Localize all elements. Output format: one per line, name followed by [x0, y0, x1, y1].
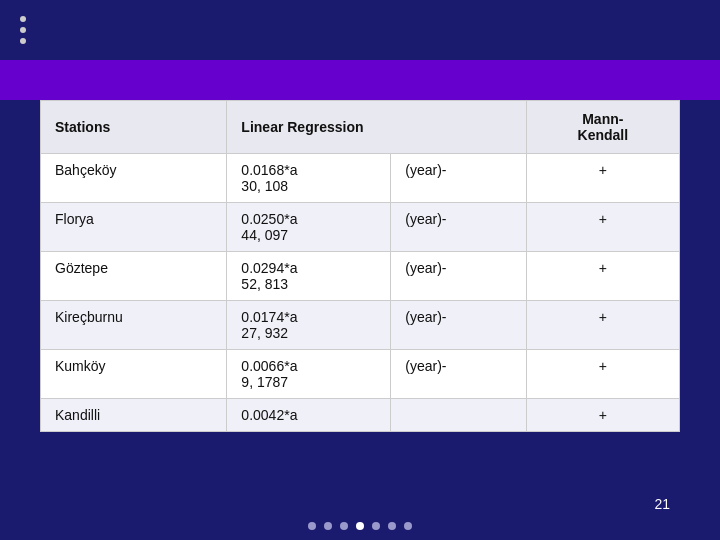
cell-lr: 0.0168*a30, 108 [227, 154, 391, 203]
dot-1 [20, 16, 26, 22]
cell-unit: (year)- [391, 203, 526, 252]
purple-banner [0, 60, 720, 100]
nav-dot-0[interactable] [308, 522, 316, 530]
cell-unit: (year)- [391, 154, 526, 203]
top-bar [0, 0, 720, 60]
cell-unit [391, 399, 526, 432]
dot-2 [20, 27, 26, 33]
data-table: Stations Linear Regression Mann-Kendall … [40, 100, 680, 432]
dot-3 [20, 38, 26, 44]
cell-lr: 0.0294*a52, 813 [227, 252, 391, 301]
nav-dot-2[interactable] [340, 522, 348, 530]
table-row: Kireçburnu0.0174*a27, 932(year)-+ [41, 301, 680, 350]
bottom-dots-nav [308, 522, 412, 530]
cell-lr: 0.0174*a27, 932 [227, 301, 391, 350]
table-row: Bahçeköy0.0168*a30, 108(year)-+ [41, 154, 680, 203]
cell-unit: (year)- [391, 350, 526, 399]
table-row: Kumköy0.0066*a9, 1787(year)-+ [41, 350, 680, 399]
col-header-mk: Mann-Kendall [526, 101, 679, 154]
cell-mk: + [526, 154, 679, 203]
cell-unit: (year)- [391, 301, 526, 350]
nav-dot-1[interactable] [324, 522, 332, 530]
nav-dot-6[interactable] [404, 522, 412, 530]
cell-lr: 0.0066*a9, 1787 [227, 350, 391, 399]
cell-station: Kumköy [41, 350, 227, 399]
cell-lr: 0.0042*a [227, 399, 391, 432]
cell-mk: + [526, 301, 679, 350]
cell-station: Bahçeköy [41, 154, 227, 203]
page-number: 21 [654, 496, 670, 512]
col-header-lr: Linear Regression [227, 101, 526, 154]
cell-mk: + [526, 350, 679, 399]
cell-mk: + [526, 203, 679, 252]
nav-dot-3[interactable] [356, 522, 364, 530]
table-row: Florya0.0250*a44, 097(year)-+ [41, 203, 680, 252]
table-row: Göztepe0.0294*a52, 813(year)-+ [41, 252, 680, 301]
table-row: Kandilli0.0042*a+ [41, 399, 680, 432]
cell-unit: (year)- [391, 252, 526, 301]
cell-station: Göztepe [41, 252, 227, 301]
cell-mk: + [526, 252, 679, 301]
cell-lr: 0.0250*a44, 097 [227, 203, 391, 252]
col-header-stations: Stations [41, 101, 227, 154]
cell-station: Florya [41, 203, 227, 252]
cell-station: Kandilli [41, 399, 227, 432]
nav-dot-5[interactable] [388, 522, 396, 530]
cell-mk: + [526, 399, 679, 432]
nav-dot-4[interactable] [372, 522, 380, 530]
table-container: Stations Linear Regression Mann-Kendall … [0, 100, 720, 432]
cell-station: Kireçburnu [41, 301, 227, 350]
dots-menu [20, 16, 26, 44]
